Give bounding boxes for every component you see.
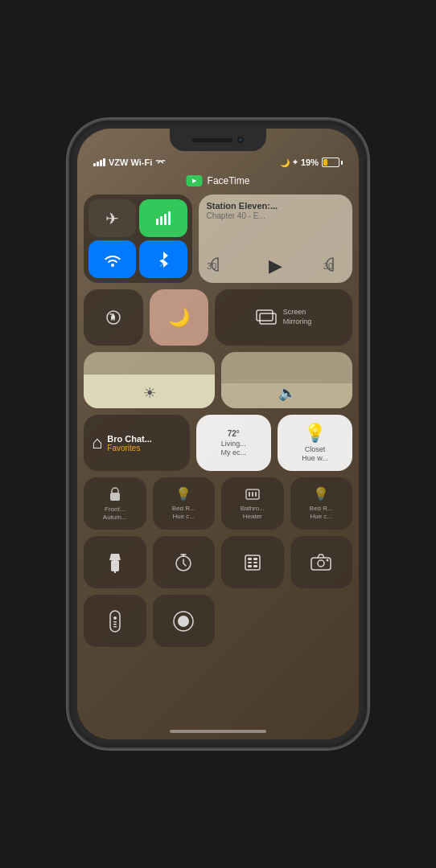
- svg-rect-0: [156, 219, 158, 225]
- control-center: ✈: [84, 194, 352, 715]
- cellular-button[interactable]: [139, 199, 187, 237]
- svg-rect-31: [113, 621, 117, 623]
- notch: [170, 129, 266, 151]
- battery-icon: [322, 158, 343, 167]
- media-title: Station Eleven:...: [207, 201, 345, 211]
- forward-button[interactable]: 30: [322, 256, 344, 276]
- battery-fill: [323, 159, 327, 166]
- svg-rect-1: [160, 216, 162, 225]
- bed-hue1-button[interactable]: 💡 Bed R...Hue c...: [153, 477, 216, 530]
- row-sliders: ☀ 🔈: [84, 352, 352, 408]
- media-info: Station Eleven:... Chapter 40 - E...: [207, 201, 345, 220]
- rewind-button[interactable]: 30: [207, 256, 229, 276]
- bluetooth-icon: [158, 251, 169, 268]
- rotation-lock-button[interactable]: [84, 289, 143, 346]
- do-not-disturb-button[interactable]: 🌙: [150, 289, 209, 346]
- facetime-label: FaceTime: [208, 175, 250, 186]
- wifi-button[interactable]: [88, 240, 136, 278]
- volume-slider[interactable]: 🔈: [221, 352, 352, 408]
- svg-rect-2: [164, 214, 167, 225]
- forward-icon: 30: [322, 256, 344, 272]
- media-subtitle: Chapter 40 - E...: [207, 211, 345, 220]
- svg-rect-33: [113, 626, 117, 628]
- row-connectivity-media: ✈: [84, 194, 352, 283]
- brightness-slider[interactable]: ☀: [84, 352, 215, 408]
- svg-rect-3: [168, 211, 171, 225]
- row-bottom: [84, 595, 352, 647]
- temp-value: 72°: [228, 429, 240, 438]
- media-panel: Station Eleven:... Chapter 40 - E... 30 …: [199, 194, 353, 283]
- phone-screen: VZW Wi-Fi ⌤ 🌙 ⌖ 19% FaceTime: [77, 129, 359, 739]
- calculator-icon: [243, 553, 262, 572]
- row-tools: [84, 536, 352, 588]
- bed-hue2-icon: 💡: [313, 486, 329, 502]
- front-camera: [237, 137, 244, 143]
- svg-marker-15: [109, 554, 121, 560]
- row-home: ⌂ Bro Chat... Favorites 72° Living...My …: [84, 415, 352, 471]
- front-lock-button[interactable]: Front...Autum...: [84, 477, 146, 530]
- row-shortcuts: 🌙 ScreenMirroring: [84, 289, 352, 346]
- heater-icon: [245, 487, 260, 502]
- home-icon: ⌂: [92, 432, 102, 453]
- closet-hue-button[interactable]: 💡 ClosetHue w...: [278, 415, 352, 471]
- svg-rect-24: [248, 565, 252, 567]
- svg-rect-8: [257, 310, 273, 321]
- media-controls: 30 ▶ 30: [207, 256, 345, 276]
- svg-point-35: [178, 616, 189, 627]
- living-label: Living...My ec...: [221, 440, 247, 457]
- camera-button[interactable]: [290, 536, 353, 588]
- living-room-button[interactable]: 72° Living...My ec...: [196, 415, 271, 471]
- airplane-mode-button[interactable]: ✈: [88, 199, 136, 237]
- timer-button[interactable]: [153, 536, 216, 588]
- speaker: [192, 138, 232, 142]
- lock-icon: [109, 486, 121, 502]
- play-button[interactable]: ▶: [269, 256, 282, 276]
- rewind-icon: 30: [207, 256, 229, 272]
- svg-rect-10: [110, 493, 120, 501]
- svg-rect-21: [253, 558, 257, 560]
- signal-icon: [93, 158, 105, 166]
- facetime-icon: [187, 175, 203, 186]
- row-devices: Front...Autum... 💡 Bed R...Hue c... Bath…: [84, 477, 352, 530]
- bathroom-heater-button[interactable]: Bathro...Heater: [221, 477, 284, 530]
- svg-rect-14: [255, 492, 257, 497]
- screen-mirroring-icon: [256, 309, 277, 326]
- flashlight-icon: [106, 552, 124, 573]
- brightness-icon: ☀: [143, 384, 156, 402]
- flashlight-button[interactable]: [84, 536, 146, 588]
- svg-point-30: [113, 616, 117, 620]
- home-button[interactable]: ⌂ Bro Chat... Favorites: [84, 415, 190, 471]
- battery-pct: 19%: [301, 158, 319, 167]
- screen-mirroring-button[interactable]: ScreenMirroring: [215, 289, 352, 346]
- svg-rect-20: [248, 558, 252, 560]
- screen-record-icon: [172, 610, 195, 633]
- bluetooth-button[interactable]: [139, 240, 187, 278]
- wifi-button-icon: [104, 252, 121, 267]
- svg-rect-32: [113, 624, 117, 625]
- svg-rect-13: [252, 492, 253, 497]
- bulb-icon: 💡: [304, 423, 326, 444]
- camera-icon: [311, 554, 331, 571]
- svg-rect-19: [245, 555, 260, 570]
- red-arrow: ←: [353, 633, 359, 663]
- moon-icon: 🌙: [280, 158, 290, 167]
- bed-hue2-button[interactable]: 💡 Bed R...Hue c...: [290, 477, 353, 530]
- calculator-button[interactable]: [221, 536, 284, 588]
- closet-label: ClosetHue w...: [302, 445, 328, 463]
- rotation-lock-icon: [104, 308, 123, 327]
- home-text: Bro Chat... Favorites: [107, 434, 152, 452]
- svg-rect-23: [253, 562, 257, 563]
- screen-record-button[interactable]: [153, 595, 216, 647]
- screen-mirroring-label: ScreenMirroring: [283, 308, 312, 326]
- home-title: Bro Chat...: [107, 434, 152, 444]
- wifi-icon: ⌤: [155, 158, 166, 168]
- bed-hue1-label: Bed R...Hue c...: [172, 505, 195, 520]
- status-bar: VZW Wi-Fi ⌤ 🌙 ⌖ 19%: [77, 153, 359, 172]
- status-left: VZW Wi-Fi ⌤: [93, 158, 166, 168]
- battery-tip: [341, 161, 343, 165]
- bed-hue1-icon: 💡: [175, 486, 191, 502]
- tv-remote-button[interactable]: [84, 595, 146, 647]
- svg-point-28: [327, 559, 329, 561]
- bathroom-heater-label: Bathro...Heater: [241, 505, 265, 520]
- bed-hue2-label: Bed R...Hue c...: [310, 505, 333, 520]
